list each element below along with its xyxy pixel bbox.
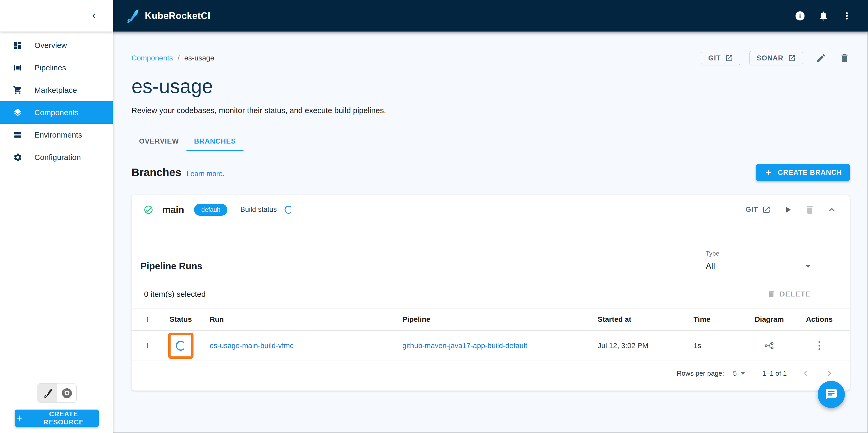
breadcrumb-components-link[interactable]: Components — [131, 54, 173, 62]
status-running-spinner-icon — [175, 340, 186, 351]
pipeline-link[interactable]: github-maven-java17-app-build-default — [402, 342, 527, 350]
plus-icon — [15, 414, 24, 423]
dashboard-icon — [13, 41, 22, 50]
column-run: Run — [200, 315, 393, 323]
create-resource-button[interactable]: CREATE RESOURCE — [15, 409, 99, 427]
breadcrumb-current: es-usage — [184, 54, 214, 62]
build-status-spinner-icon — [284, 205, 293, 214]
previous-page-icon[interactable] — [800, 368, 811, 378]
branch-git-link[interactable]: GIT — [746, 206, 771, 214]
app-logo[interactable]: KubeRocketCI — [124, 9, 210, 23]
branch-delete-icon[interactable] — [804, 205, 815, 215]
cluster-toggle — [37, 383, 76, 403]
select-all-checkbox[interactable] — [147, 316, 148, 322]
tab-branches[interactable]: BRANCHES — [186, 133, 244, 151]
diagram-icon[interactable] — [764, 341, 775, 351]
sonar-button-label: SONAR — [756, 54, 783, 62]
kubernetes-toggle-button[interactable] — [57, 383, 76, 402]
default-branch-chip[interactable]: default — [194, 204, 227, 216]
chevron-left-icon[interactable] — [89, 11, 99, 21]
sidebar-item-label: Marketplace — [34, 86, 77, 95]
bell-icon[interactable] — [818, 10, 829, 21]
sidebar: Overview Pipelines Marketplace Component… — [0, 0, 113, 433]
chat-icon — [825, 388, 838, 401]
bulk-delete-label: DELETE — [780, 290, 811, 298]
run-link[interactable]: es-usage-main-build-vfmc — [210, 342, 293, 350]
open-in-new-icon — [762, 206, 771, 214]
trash-icon — [767, 290, 776, 298]
branches-heading: Branches — [131, 166, 181, 179]
bulk-delete-button[interactable]: DELETE — [767, 290, 811, 298]
chat-fab-button[interactable] — [818, 381, 845, 408]
chevron-down-icon — [740, 372, 745, 375]
table-toolbar: 0 item(s) selected DELETE — [131, 286, 850, 302]
kebab-icon[interactable] — [841, 10, 852, 21]
branch-header-row: main default Build status GIT — [131, 195, 850, 224]
tabs: OVERVIEW BRANCHES — [131, 133, 850, 151]
tab-overview[interactable]: OVERVIEW — [131, 133, 186, 151]
edit-icon[interactable] — [816, 53, 826, 63]
next-page-icon[interactable] — [824, 368, 835, 378]
appbar-actions — [795, 10, 852, 21]
git-button[interactable]: GIT — [701, 51, 740, 65]
create-branch-button[interactable]: CREATE BRANCH — [756, 164, 850, 181]
time-value: 1s — [684, 342, 750, 350]
app-bar: KubeRocketCI — [0, 0, 868, 32]
sidebar-item-label: Configuration — [34, 153, 81, 162]
type-filter-label: Type — [706, 250, 812, 257]
pipeline-runs-heading: Pipeline Runs — [141, 261, 203, 272]
sidebar-item-environments[interactable]: Environments — [0, 124, 113, 146]
pipeline-runs-header: Pipeline Runs Type All — [131, 250, 850, 274]
info-icon[interactable] — [795, 10, 806, 21]
layers-icon — [13, 108, 22, 117]
kubernetes-icon — [61, 387, 73, 399]
rows-per-page-select[interactable]: 5 — [733, 369, 745, 377]
column-time: Time — [684, 315, 750, 323]
app-title: KubeRocketCI — [145, 10, 210, 21]
create-resource-label: CREATE RESOURCE — [28, 410, 99, 426]
status-running-highlight — [168, 333, 193, 359]
learn-more-link[interactable]: Learn more. — [186, 170, 224, 178]
rocket-toggle-button[interactable] — [38, 383, 57, 402]
chevron-down-icon — [805, 265, 811, 268]
stack-icon — [13, 130, 22, 140]
sidebar-item-marketplace[interactable]: Marketplace — [0, 79, 113, 101]
column-started-at: Started at — [588, 315, 684, 323]
sidebar-header — [0, 0, 113, 32]
delete-icon[interactable] — [839, 53, 850, 63]
open-in-new-icon — [725, 54, 733, 62]
branch-name: main — [162, 204, 184, 215]
git-button-label: GIT — [708, 54, 721, 62]
cart-icon — [13, 86, 22, 95]
type-filter-value: All — [706, 261, 715, 271]
rows-per-page-label: Rows per page: — [677, 369, 724, 377]
column-diagram: Diagram — [750, 315, 789, 323]
type-filter-select[interactable]: Type All — [706, 250, 812, 274]
collapse-chevron-up-icon[interactable] — [826, 204, 837, 215]
pagination: Rows per page: 5 1–1 of 1 — [131, 361, 850, 386]
gear-icon — [13, 153, 22, 162]
build-play-icon[interactable] — [782, 204, 793, 215]
page-subtitle: Review your codebases, monitor their sta… — [131, 105, 850, 116]
breadcrumb: Components / es-usage — [131, 54, 214, 62]
pagination-range: 1–1 of 1 — [762, 369, 787, 377]
create-branch-label: CREATE BRANCH — [778, 168, 842, 177]
breadcrumb-row: Components / es-usage GIT SONAR — [131, 51, 850, 65]
header-actions: GIT SONAR — [701, 51, 850, 65]
row-actions-kebab-icon[interactable] — [817, 339, 822, 352]
sidebar-item-overview[interactable]: Overview — [0, 34, 113, 57]
sidebar-item-pipelines[interactable]: Pipelines — [0, 57, 113, 79]
rows-per-page-value: 5 — [733, 369, 737, 377]
sonar-button[interactable]: SONAR — [749, 51, 803, 65]
row-checkbox[interactable] — [147, 343, 148, 348]
pipeline-run-row: es-usage-main-build-vfmc github-maven-ja… — [131, 331, 850, 361]
plus-icon — [764, 168, 773, 177]
sidebar-item-configuration[interactable]: Configuration — [0, 146, 113, 168]
sidebar-item-label: Overview — [34, 41, 67, 50]
build-status-label: Build status — [240, 206, 277, 214]
success-check-icon — [144, 205, 153, 215]
sidebar-item-components[interactable]: Components — [0, 101, 113, 124]
breadcrumb-separator: / — [178, 54, 180, 62]
main-content: Components / es-usage GIT SONAR — [113, 32, 868, 433]
sidebar-item-label: Components — [34, 108, 79, 117]
